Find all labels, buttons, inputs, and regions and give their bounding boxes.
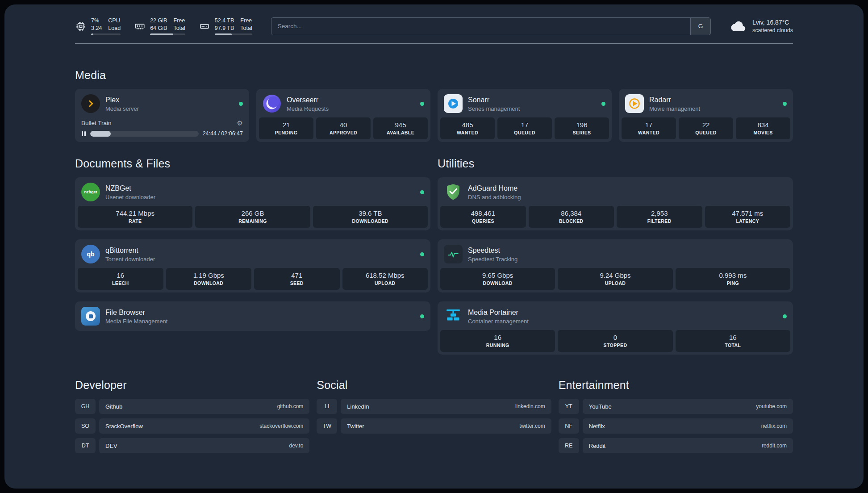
bookmarks-entertainment: Entertainment YT YouTube youtube.com NF … [559,379,793,453]
bookmark-domain: github.com [277,403,304,409]
bookmark-domain: dev.to [289,443,304,449]
cpu-icon [75,21,87,32]
service-link-plex[interactable]: Plex Media server [75,89,249,117]
service-name: Sonarr [468,96,596,104]
cpu-load-value: 3.24 [91,25,102,32]
bookmark-name: Twitter [347,423,364,430]
stat-value: 2,953 [618,209,701,217]
section-title-social: Social [317,379,551,392]
stat-label: MOVIES [737,130,789,135]
stat-tile: 86,384 BLOCKED [529,206,614,228]
stat-value: 17 [498,121,551,129]
stat-tile: 9.65 Gbps DOWNLOAD [440,268,555,290]
stat-tile: 22 QUEUED [679,117,733,139]
bookmark-stackoverflow[interactable]: SO StackOverflow stackoverflow.com [75,418,309,434]
utilities-column: Utilities AdGuard Home [438,157,793,355]
pause-button[interactable] [81,131,86,137]
stat-tile: 945 AVAILABLE [373,117,428,139]
service-card-qbittorrent: qb qBittorrent Torrent downloader 16 LEE… [75,239,430,292]
service-card-filebrowser: File Browser Media File Management [75,301,430,331]
speedtest-icon [444,245,463,263]
bookmark-name: Netflix [589,423,605,430]
resource-widgets: 7% 3.24 CPU Load [75,17,252,35]
media-grid: Plex Media server Bullet Train ⚙ 24:44 /… [75,89,793,142]
service-link-adguard[interactable]: AdGuard Home DNS and adblocking [438,177,793,206]
stat-tile: 16 TOTAL [676,330,790,352]
bookmark-domain: linkedin.com [515,403,545,409]
bookmark-reddit[interactable]: RE Reddit reddit.com [559,438,793,453]
service-card-plex: Plex Media server Bullet Train ⚙ 24:44 /… [75,89,249,142]
stat-label: PING [676,280,789,286]
stat-value: 9.65 Gbps [441,272,554,279]
service-link-portainer[interactable]: Media Portainer Container management [438,301,793,330]
memory-widget: 22 GiB 64 GiB Free Total [134,17,185,35]
service-subtitle: Movie management [649,105,777,112]
service-link-nzbget[interactable]: nzbget NZBGet Usenet downloader [75,177,430,206]
search-bar: G [271,17,711,35]
stat-value: 0.993 ms [676,272,789,279]
service-link-qbittorrent[interactable]: qb qBittorrent Torrent downloader [75,239,430,268]
section-title-media: Media [75,69,793,82]
stat-value: 16 [79,272,163,279]
portainer-icon [444,307,463,326]
service-link-filebrowser[interactable]: File Browser Media File Management [75,301,430,331]
memory-total-value: 64 GiB [150,25,167,32]
memory-progress-fill [150,33,173,35]
disk-total-value: 97.9 TB [215,25,234,32]
service-card-speedtest: Speedtest Speedtest Tracking 9.65 Gbps D… [438,239,793,292]
bookmark-github[interactable]: GH Github github.com [75,399,309,414]
service-name: Overseerr [287,96,415,104]
search-input[interactable] [271,18,690,35]
service-subtitle: Torrent downloader [105,256,415,263]
service-link-sonarr[interactable]: Sonarr Series management [438,89,612,117]
bookmark-youtube[interactable]: YT YouTube youtube.com [559,399,793,414]
stat-label: AVAILABLE [374,130,427,135]
service-link-overseerr[interactable]: Overseerr Media Requests [256,89,430,117]
bookmark-abbr: LI [317,399,337,414]
bookmark-abbr: SO [75,418,96,434]
weather-location: Lviv, 16.87°C [752,18,793,27]
bookmark-twitter[interactable]: TW Twitter twitter.com [317,418,551,434]
service-subtitle: Series management [468,105,596,112]
service-subtitle: Usenet downloader [105,194,415,201]
service-subtitle: DNS and adblocking [468,194,787,201]
gear-icon[interactable]: ⚙ [237,120,243,126]
stat-tile: 9.24 Gbps UPLOAD [558,268,672,290]
top-bar: 7% 3.24 CPU Load [75,17,793,35]
stat-label: FILTERED [618,218,701,224]
stat-value: 39.6 TB [314,209,427,217]
bookmark-netflix[interactable]: NF Netflix netflix.com [559,418,793,434]
bookmark-abbr: GH [75,399,96,414]
bookmark-domain: stackoverflow.com [259,423,303,429]
stat-value: 1.19 Gbps [167,272,251,279]
stat-label: WANTED [441,130,494,135]
service-name: Media Portainer [468,308,777,317]
service-link-radarr[interactable]: Radarr Movie management [619,89,793,117]
bookmark-name: Reddit [589,443,606,449]
stat-label: APPROVED [317,130,370,135]
cpu-usage-value: 7% [91,17,102,25]
disk-progress-fill [215,33,232,35]
stat-value: 9.24 Gbps [559,272,672,279]
bookmark-pill: StackOverflow stackoverflow.com [99,418,309,434]
stat-tile: 39.6 TB DOWNLOADED [313,206,428,228]
stat-value: 266 GB [196,209,309,217]
stat-label: QUEUED [498,130,551,135]
bookmark-abbr: RE [559,438,579,453]
stat-label: SERIES [555,130,608,135]
search-provider-button[interactable]: G [690,18,710,35]
status-dot [601,102,605,106]
radarr-icon [625,94,644,113]
stat-label: UPLOAD [559,280,672,286]
bookmark-linkedin[interactable]: LI LinkedIn linkedin.com [317,399,551,414]
bookmark-pill: Twitter twitter.com [341,418,551,434]
stat-value: 744.21 Mbps [79,209,192,217]
bookmark-dev[interactable]: DT DEV dev.to [75,438,309,453]
stat-tile: 485 WANTED [440,117,495,139]
bookmark-domain: netflix.com [761,423,787,429]
cpu-label: CPU [108,17,121,25]
service-name: Radarr [649,96,777,104]
stat-tile: 17 QUEUED [497,117,552,139]
stat-tile: 196 SERIES [555,117,609,139]
service-link-speedtest[interactable]: Speedtest Speedtest Tracking [438,239,793,268]
